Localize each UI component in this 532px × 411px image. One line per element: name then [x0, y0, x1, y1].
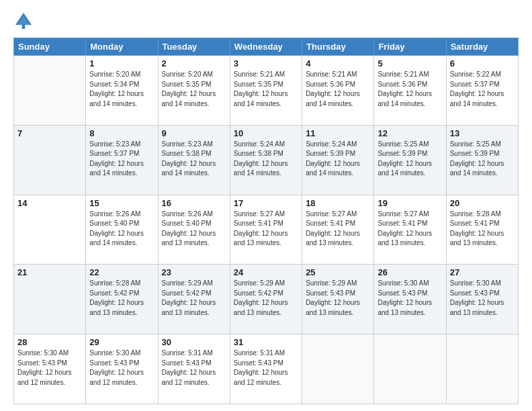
calendar-week-row: 28Sunrise: 5:30 AM Sunset: 5:43 PM Dayli… — [14, 334, 519, 404]
day-info: Sunrise: 5:23 AM Sunset: 5:37 PM Dayligh… — [89, 140, 154, 179]
calendar-cell: 7 — [14, 125, 86, 195]
day-info: Sunrise: 5:24 AM Sunset: 5:38 PM Dayligh… — [234, 140, 298, 179]
day-number: 19 — [378, 198, 442, 208]
day-number: 18 — [306, 198, 370, 208]
calendar-cell — [14, 56, 86, 126]
calendar-cell: 22Sunrise: 5:28 AM Sunset: 5:42 PM Dayli… — [86, 265, 158, 334]
calendar-header-monday: Monday — [86, 38, 158, 56]
calendar-header-thursday: Thursday — [302, 38, 374, 56]
calendar-cell: 31Sunrise: 5:31 AM Sunset: 5:43 PM Dayli… — [230, 334, 302, 404]
day-info: Sunrise: 5:31 AM Sunset: 5:43 PM Dayligh… — [162, 349, 226, 387]
day-number: 26 — [378, 267, 442, 277]
calendar-cell: 1Sunrise: 5:20 AM Sunset: 5:34 PM Daylig… — [86, 56, 158, 126]
day-number: 12 — [378, 128, 442, 138]
calendar-cell: 24Sunrise: 5:29 AM Sunset: 5:42 PM Dayli… — [230, 265, 302, 334]
calendar-cell: 20Sunrise: 5:28 AM Sunset: 5:41 PM Dayli… — [446, 195, 518, 265]
calendar-cell — [446, 334, 518, 404]
day-info: Sunrise: 5:27 AM Sunset: 5:41 PM Dayligh… — [306, 210, 370, 248]
day-info: Sunrise: 5:29 AM Sunset: 5:43 PM Dayligh… — [306, 279, 370, 318]
logo-icon — [13, 11, 34, 31]
day-info: Sunrise: 5:30 AM Sunset: 5:43 PM Dayligh… — [89, 349, 154, 387]
day-number: 7 — [17, 128, 82, 138]
day-info: Sunrise: 5:21 AM Sunset: 5:35 PM Dayligh… — [234, 70, 298, 109]
calendar-cell: 25Sunrise: 5:29 AM Sunset: 5:43 PM Dayli… — [302, 265, 374, 334]
calendar-cell: 16Sunrise: 5:26 AM Sunset: 5:40 PM Dayli… — [158, 195, 230, 265]
day-number: 28 — [17, 337, 82, 347]
calendar-cell: 15Sunrise: 5:26 AM Sunset: 5:40 PM Dayli… — [86, 195, 158, 265]
calendar-cell: 11Sunrise: 5:24 AM Sunset: 5:39 PM Dayli… — [302, 125, 374, 195]
calendar-cell: 14 — [14, 195, 86, 265]
calendar-cell — [302, 334, 374, 404]
calendar-table: SundayMondayTuesdayWednesdayThursdayFrid… — [13, 38, 519, 404]
day-info: Sunrise: 5:24 AM Sunset: 5:39 PM Dayligh… — [306, 140, 370, 179]
day-number: 22 — [89, 267, 154, 277]
day-info: Sunrise: 5:23 AM Sunset: 5:38 PM Dayligh… — [162, 140, 226, 179]
calendar-cell: 27Sunrise: 5:30 AM Sunset: 5:43 PM Dayli… — [446, 265, 518, 334]
day-info: Sunrise: 5:27 AM Sunset: 5:41 PM Dayligh… — [378, 210, 442, 248]
calendar-header-friday: Friday — [374, 38, 446, 56]
day-number: 5 — [378, 58, 442, 68]
day-number: 17 — [234, 198, 298, 208]
day-info: Sunrise: 5:20 AM Sunset: 5:35 PM Dayligh… — [162, 70, 226, 109]
svg-rect-2 — [22, 24, 26, 30]
day-info: Sunrise: 5:30 AM Sunset: 5:43 PM Dayligh… — [378, 279, 442, 318]
calendar-cell: 17Sunrise: 5:27 AM Sunset: 5:41 PM Dayli… — [230, 195, 302, 265]
calendar-header-wednesday: Wednesday — [230, 38, 302, 56]
day-info: Sunrise: 5:25 AM Sunset: 5:39 PM Dayligh… — [378, 140, 442, 179]
day-number: 9 — [162, 128, 226, 138]
day-number: 16 — [162, 198, 226, 208]
calendar-week-row: 78Sunrise: 5:23 AM Sunset: 5:37 PM Dayli… — [14, 125, 519, 195]
day-info: Sunrise: 5:26 AM Sunset: 5:40 PM Dayligh… — [89, 210, 154, 248]
day-number: 27 — [450, 267, 515, 277]
day-number: 2 — [162, 58, 226, 68]
day-number: 25 — [306, 267, 370, 277]
calendar-cell: 9Sunrise: 5:23 AM Sunset: 5:38 PM Daylig… — [158, 125, 230, 195]
day-number: 6 — [450, 58, 515, 68]
day-number: 20 — [450, 198, 515, 208]
day-info: Sunrise: 5:31 AM Sunset: 5:43 PM Dayligh… — [234, 349, 298, 387]
calendar-cell: 30Sunrise: 5:31 AM Sunset: 5:43 PM Dayli… — [158, 334, 230, 404]
day-info: Sunrise: 5:29 AM Sunset: 5:42 PM Dayligh… — [234, 279, 298, 318]
day-number: 10 — [234, 128, 298, 138]
day-number: 13 — [450, 128, 515, 138]
calendar-header-sunday: Sunday — [14, 38, 86, 56]
day-number: 14 — [17, 198, 82, 208]
day-info: Sunrise: 5:29 AM Sunset: 5:42 PM Dayligh… — [162, 279, 226, 318]
day-info: Sunrise: 5:27 AM Sunset: 5:41 PM Dayligh… — [234, 210, 298, 248]
calendar-cell: 8Sunrise: 5:23 AM Sunset: 5:37 PM Daylig… — [86, 125, 158, 195]
calendar-cell: 2Sunrise: 5:20 AM Sunset: 5:35 PM Daylig… — [158, 56, 230, 126]
calendar-week-row: 2122Sunrise: 5:28 AM Sunset: 5:42 PM Day… — [14, 265, 519, 334]
calendar-header-tuesday: Tuesday — [158, 38, 230, 56]
calendar-cell: 29Sunrise: 5:30 AM Sunset: 5:43 PM Dayli… — [86, 334, 158, 404]
header — [13, 11, 519, 31]
day-number: 23 — [162, 267, 226, 277]
day-info: Sunrise: 5:26 AM Sunset: 5:40 PM Dayligh… — [162, 210, 226, 248]
day-info: Sunrise: 5:28 AM Sunset: 5:41 PM Dayligh… — [450, 210, 515, 248]
calendar-cell: 13Sunrise: 5:25 AM Sunset: 5:39 PM Dayli… — [446, 125, 518, 195]
calendar-cell: 21 — [14, 265, 86, 334]
calendar-cell: 28Sunrise: 5:30 AM Sunset: 5:43 PM Dayli… — [14, 334, 86, 404]
day-info: Sunrise: 5:30 AM Sunset: 5:43 PM Dayligh… — [17, 349, 82, 387]
day-number: 1 — [89, 58, 154, 68]
day-number: 4 — [306, 58, 370, 68]
day-info: Sunrise: 5:25 AM Sunset: 5:39 PM Dayligh… — [450, 140, 515, 179]
day-info: Sunrise: 5:28 AM Sunset: 5:42 PM Dayligh… — [89, 279, 154, 318]
calendar-cell: 5Sunrise: 5:21 AM Sunset: 5:36 PM Daylig… — [374, 56, 446, 126]
day-info: Sunrise: 5:21 AM Sunset: 5:36 PM Dayligh… — [306, 70, 370, 109]
day-info: Sunrise: 5:22 AM Sunset: 5:37 PM Dayligh… — [450, 70, 515, 109]
day-number: 29 — [89, 337, 154, 347]
day-number: 15 — [89, 198, 154, 208]
calendar-cell — [374, 334, 446, 404]
calendar-cell: 12Sunrise: 5:25 AM Sunset: 5:39 PM Dayli… — [374, 125, 446, 195]
page: SundayMondayTuesdayWednesdayThursdayFrid… — [0, 0, 532, 411]
logo — [13, 11, 36, 31]
calendar-cell: 19Sunrise: 5:27 AM Sunset: 5:41 PM Dayli… — [374, 195, 446, 265]
calendar-week-row: 1415Sunrise: 5:26 AM Sunset: 5:40 PM Day… — [14, 195, 519, 265]
calendar-cell: 3Sunrise: 5:21 AM Sunset: 5:35 PM Daylig… — [230, 56, 302, 126]
day-info: Sunrise: 5:21 AM Sunset: 5:36 PM Dayligh… — [378, 70, 442, 109]
calendar-header-saturday: Saturday — [446, 38, 518, 56]
calendar-header-row: SundayMondayTuesdayWednesdayThursdayFrid… — [14, 38, 519, 56]
day-number: 24 — [234, 267, 298, 277]
calendar-cell: 10Sunrise: 5:24 AM Sunset: 5:38 PM Dayli… — [230, 125, 302, 195]
calendar-cell: 4Sunrise: 5:21 AM Sunset: 5:36 PM Daylig… — [302, 56, 374, 126]
